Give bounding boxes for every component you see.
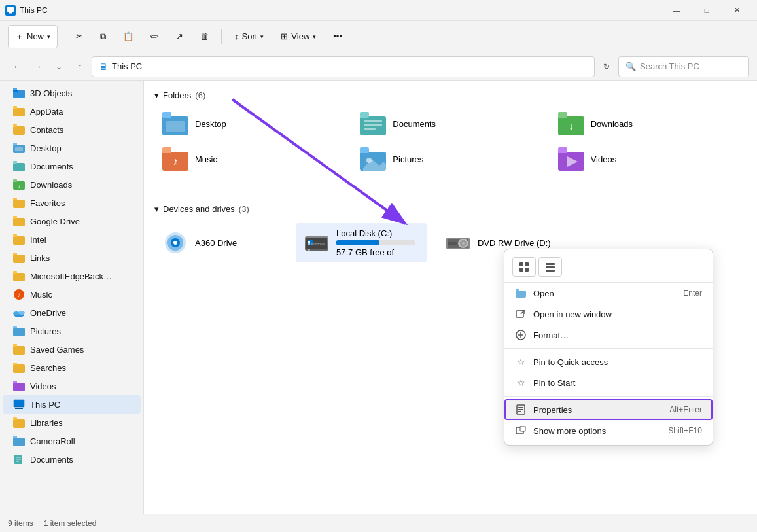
folders-section-header[interactable]: ▾ Folders (6) <box>154 86 747 104</box>
sidebar-item-pictures[interactable]: Pictures <box>3 322 141 340</box>
sidebar-label-appdata: AppData <box>30 107 63 116</box>
delete-button[interactable]: 🗑 <box>193 25 216 48</box>
context-show-more[interactable]: Show more options Shift+F10 <box>504 420 713 441</box>
more-button[interactable]: ••• <box>326 25 349 48</box>
drive-a360[interactable]: A360 Drive <box>154 223 285 262</box>
svg-rect-58 <box>364 124 382 126</box>
sidebar-item-videos[interactable]: Videos <box>3 377 141 395</box>
new-button[interactable]: ＋ New ▾ <box>8 25 58 48</box>
refresh-button[interactable]: ↻ <box>597 58 616 76</box>
svg-rect-46 <box>13 436 17 438</box>
minimize-button[interactable]: — <box>661 0 692 21</box>
svg-rect-36 <box>13 364 25 373</box>
folder-downloads[interactable]: ↓ Downloads <box>550 107 747 141</box>
copy-icon: ⧉ <box>100 31 106 42</box>
svg-rect-97 <box>546 263 555 265</box>
copy-button[interactable]: ⧉ <box>93 25 113 48</box>
context-open-new-window[interactable]: Open in new window <box>504 304 713 325</box>
context-format[interactable]: Format… <box>504 325 713 346</box>
sidebar-item-appdata[interactable]: AppData <box>3 102 141 120</box>
drive-dvd-info: DVD RW Drive (D:) <box>478 238 551 248</box>
search-box[interactable]: 🔍 Search This PC <box>618 56 749 77</box>
separator-2 <box>221 29 222 44</box>
address-input[interactable]: 🖥 This PC <box>92 56 595 77</box>
sidebar-item-camera-roll[interactable]: CameraRoll <box>3 432 141 450</box>
svg-rect-42 <box>15 408 23 409</box>
svg-rect-13 <box>13 161 17 164</box>
devices-section-header[interactable]: ▾ Devices and drives (3) <box>154 200 747 218</box>
svg-rect-53 <box>162 112 171 118</box>
sidebar-label-intel: Intel <box>30 235 46 245</box>
svg-rect-100 <box>516 291 526 298</box>
svg-point-76 <box>173 241 177 245</box>
context-pin-start-left: ☆ Pin to Start <box>515 377 575 389</box>
sidebar-label-pictures: Pictures <box>30 327 61 336</box>
view-icon: ⊞ <box>281 31 288 41</box>
context-view-tiles-btn[interactable] <box>512 257 536 277</box>
svg-rect-22 <box>13 234 17 237</box>
sidebar-item-music[interactable]: ♪ Music <box>3 285 141 304</box>
sidebar-item-intel[interactable]: Intel <box>3 230 141 249</box>
context-open[interactable]: Open Enter <box>504 283 713 304</box>
folder-documents[interactable]: Documents <box>352 107 548 141</box>
folders-grid: Desktop Documents <box>154 104 747 184</box>
maximize-button[interactable]: □ <box>692 0 722 21</box>
sidebar-label-contacts: Contacts <box>30 125 63 135</box>
sidebar-item-google-drive[interactable]: Google Drive <box>3 212 141 230</box>
context-pin-quick-access[interactable]: ☆ Pin to Quick access <box>504 351 713 372</box>
forward-button[interactable]: → <box>29 58 47 76</box>
svg-rect-57 <box>364 120 382 122</box>
folder-pictures[interactable]: Pictures <box>352 142 548 176</box>
delete-icon: 🗑 <box>200 31 209 41</box>
context-open-shortcut: Enter <box>683 289 702 298</box>
folders-section: ▾ Folders (6) Desktop <box>144 81 757 189</box>
camera-roll-icon <box>13 435 25 447</box>
recent-button[interactable]: ⌄ <box>50 58 68 76</box>
sidebar-item-this-pc[interactable]: This PC <box>3 395 141 414</box>
sidebar-item-documents[interactable]: Documents <box>3 157 141 175</box>
sidebar-item-searches[interactable]: Searches <box>3 359 141 377</box>
sidebar-item-links[interactable]: Links <box>3 249 141 267</box>
drive-local-c[interactable]: Windows Local Disk (C:) 57.7 GB free of <box>296 223 427 262</box>
sidebar-item-desktop[interactable]: Desktop <box>3 139 141 157</box>
folder-desktop[interactable]: Desktop <box>154 107 351 141</box>
sidebar-item-favorites[interactable]: Favorites <box>3 194 141 212</box>
context-properties[interactable]: Properties Alt+Enter <box>504 399 713 420</box>
folder-videos[interactable]: Videos <box>550 142 747 176</box>
sidebar-item-contacts[interactable]: Contacts <box>3 120 141 139</box>
context-pin-start[interactable]: ☆ Pin to Start <box>504 372 713 393</box>
close-button[interactable]: ✕ <box>722 0 752 21</box>
folder-music[interactable]: ♪ Music <box>154 142 351 176</box>
view-button[interactable]: ⊞ View ▾ <box>273 25 323 48</box>
svg-rect-44 <box>13 417 17 420</box>
share-button[interactable]: ↗ <box>169 25 190 48</box>
folder-music-name: Music <box>195 154 217 164</box>
svg-rect-20 <box>13 216 17 219</box>
sidebar-label-camera-roll: CameraRoll <box>30 436 75 446</box>
folder-intel-icon <box>13 234 25 245</box>
back-button[interactable]: ← <box>8 58 26 76</box>
context-view-list-btn[interactable] <box>538 257 562 277</box>
cut-button[interactable]: ✂ <box>69 25 90 48</box>
sidebar-item-onedrive[interactable]: OneDrive <box>3 304 141 322</box>
up-button[interactable]: ↑ <box>71 58 89 76</box>
sidebar-item-documents2[interactable]: Documents <box>3 450 141 469</box>
svg-rect-4 <box>13 88 17 90</box>
svg-rect-84 <box>308 249 310 251</box>
folder-desktop-name: Desktop <box>195 119 226 129</box>
svg-rect-10 <box>13 143 17 145</box>
sort-chevron: ▾ <box>260 33 264 40</box>
sidebar-item-saved-games[interactable]: Saved Games <box>3 340 141 359</box>
sidebar-item-downloads[interactable]: ↓ Downloads <box>3 175 141 194</box>
section-divider-1 <box>144 192 757 192</box>
svg-rect-18 <box>13 198 17 200</box>
sort-button[interactable]: ↕ Sort ▾ <box>227 25 271 48</box>
sidebar-item-3d-objects[interactable]: 3D Objects <box>3 84 141 102</box>
paste-button[interactable]: 📋 <box>116 25 141 48</box>
sidebar-item-msedge[interactable]: MicrosoftEdgeBack… <box>3 267 141 285</box>
sort-icon: ↕ <box>234 31 239 41</box>
sidebar-item-libraries[interactable]: Libraries <box>3 414 141 432</box>
rename-button[interactable]: ✏ <box>143 25 166 48</box>
folder-downloads-name: Downloads <box>591 119 633 129</box>
svg-text:Windows: Windows <box>311 242 325 246</box>
